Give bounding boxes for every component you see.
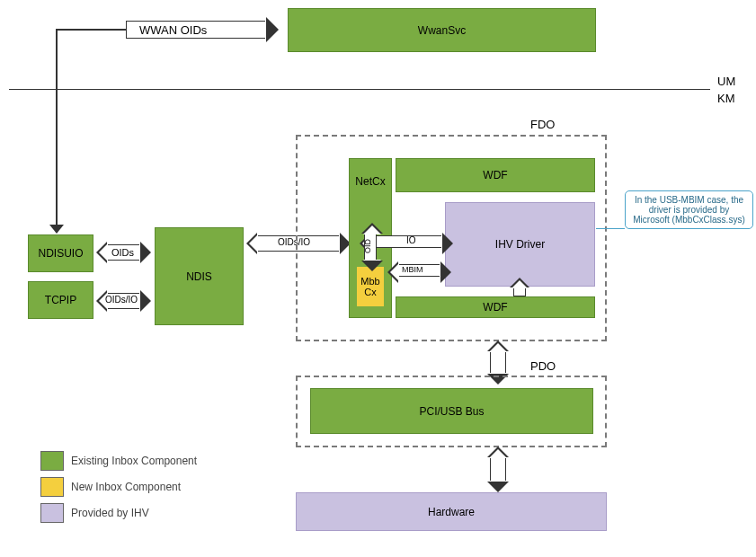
legend-swatch-new xyxy=(40,477,64,497)
wwansvc-box: WwanSvc xyxy=(288,8,596,52)
ndisuio-box: NDISUIO xyxy=(28,234,93,272)
wwan-oids-label: WWAN OIDs xyxy=(139,23,207,37)
tcpip-oids-io-label: OIDs/IO xyxy=(105,295,138,305)
mode-separator-line xyxy=(9,89,710,90)
hardware-box: Hardware xyxy=(296,492,607,531)
ndis-label: NDIS xyxy=(186,270,212,283)
oid-label: OID xyxy=(363,239,372,253)
legend-provided-label: Provided by IHV xyxy=(71,507,149,519)
ihv-callout-text: In the USB-MBIM case, the driver is prov… xyxy=(633,195,744,225)
ndis-box: NDIS xyxy=(155,227,244,325)
hardware-label: Hardware xyxy=(428,506,475,518)
elbow-line-vertical xyxy=(56,29,58,230)
wwansvc-label: WwanSvc xyxy=(418,24,466,37)
fdo-title: FDO xyxy=(530,118,555,131)
ihv-to-wdf-arrow xyxy=(513,287,526,296)
km-label: KM xyxy=(717,92,735,105)
pci-usb-bus-label: PCI/USB Bus xyxy=(419,405,484,418)
legend-existing-label: Existing Inbox Component xyxy=(71,455,197,467)
tcpip-box: TCPIP xyxy=(28,281,93,319)
pdo-title: PDO xyxy=(530,359,556,373)
legend-swatch-provided xyxy=(40,503,64,523)
netcx-label: NetCx xyxy=(355,175,385,188)
mbim-label: MBIM xyxy=(402,265,423,274)
mbbcx-label: Mbb Cx xyxy=(360,276,379,297)
wdf-top-label: WDF xyxy=(483,169,507,181)
mbbcx-box: Mbb Cx xyxy=(355,265,386,308)
callout-connector xyxy=(596,228,625,229)
io-label: IO xyxy=(406,235,416,245)
um-label: UM xyxy=(717,75,735,88)
elbow-line-horizontal xyxy=(56,29,126,31)
fdo-pdo-arrow xyxy=(490,351,506,374)
ihv-driver-label: IHV Driver xyxy=(495,238,545,251)
wdf-bottom-box: WDF xyxy=(396,296,595,318)
ihv-driver-box: IHV Driver xyxy=(445,202,595,287)
pdo-hardware-arrow xyxy=(490,457,506,482)
ihv-callout: In the USB-MBIM case, the driver is prov… xyxy=(625,190,753,229)
pci-usb-bus-box: PCI/USB Bus xyxy=(310,388,593,434)
wdf-top-box: WDF xyxy=(396,158,595,192)
tcpip-label: TCPIP xyxy=(45,294,76,306)
oids-label: OIDs xyxy=(111,247,134,258)
wdf-bottom-label: WDF xyxy=(483,301,507,314)
legend-swatch-existing xyxy=(40,451,64,471)
legend-new-label: New Inbox Component xyxy=(71,481,181,493)
elbow-down-arrowhead xyxy=(49,225,64,234)
ndisuio-label: NDISUIO xyxy=(38,247,83,260)
